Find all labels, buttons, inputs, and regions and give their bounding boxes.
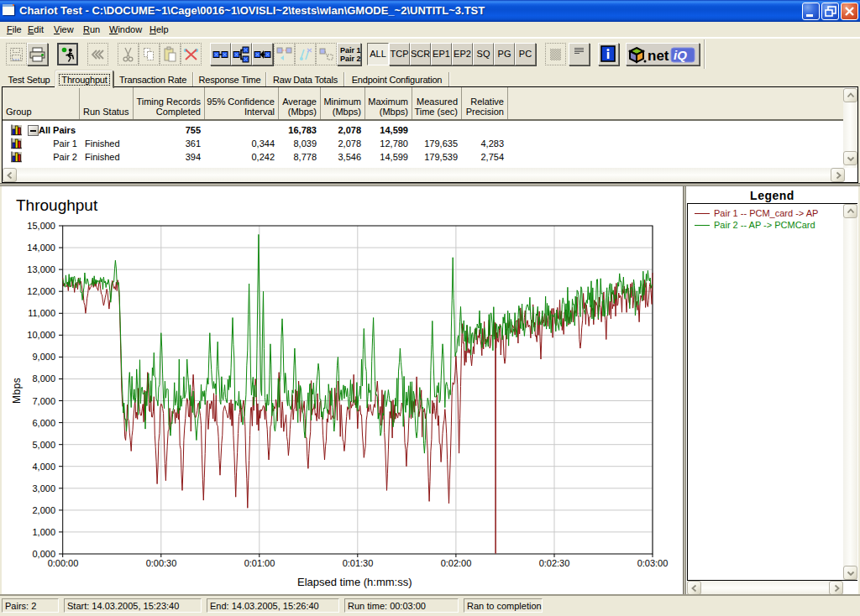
svg-text:iQ: iQ [674,48,687,62]
svg-text:net: net [648,48,669,64]
